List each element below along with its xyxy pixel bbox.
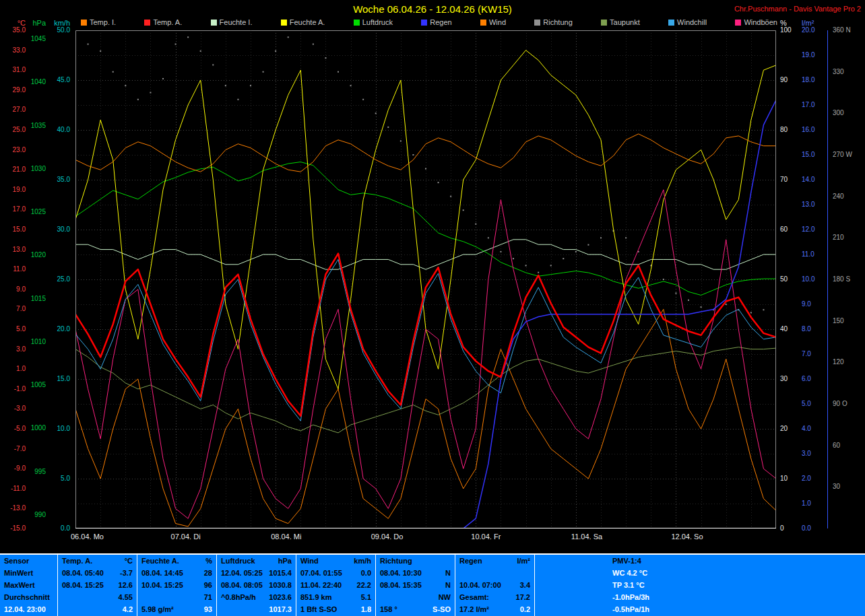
table-cell: 07.04. 01:550.0: [296, 567, 375, 579]
axis-tick: 19.0: [3, 186, 26, 193]
legend-label: Wind: [489, 18, 506, 26]
x-axis-day-label: 10.04. Fr: [471, 533, 501, 541]
axis-tick: -13.0: [3, 505, 26, 512]
axis-tick: 12.0: [802, 226, 823, 233]
axis-tick: 330: [833, 69, 864, 75]
axis-tick: -5.0: [3, 425, 26, 432]
axis-tick: 20.0: [802, 27, 823, 34]
legend-item: Feuchte A.: [281, 18, 325, 26]
legend-swatch-icon: [144, 20, 150, 26]
table-cell: -1.0hPa/3h: [535, 591, 865, 603]
axis-tick: 45.0: [47, 77, 70, 83]
legend-swatch-icon: [281, 20, 287, 26]
axis-tick: 10.0: [47, 425, 70, 432]
axis-tick: 17.0: [802, 102, 823, 108]
axis-tick: 90: [780, 77, 798, 83]
axis-tick: 1030: [27, 166, 46, 172]
axis-tick: 25.0: [3, 127, 26, 133]
table-cell: 1017.3: [217, 603, 296, 615]
table-column-header: Feuchte A.%: [137, 555, 216, 567]
axis-tick: 1.0: [802, 500, 823, 507]
axis-tick: 990: [27, 512, 46, 518]
table-cell: 5.98 g/m²93: [137, 603, 216, 615]
axis-tick: 17.0: [3, 206, 26, 213]
table-column-wind: Windkm/h07.04. 01:550.011.04. 22:4022.28…: [296, 555, 375, 616]
table-cell: 1 Bft S-SO1.8: [296, 603, 375, 615]
table-column-header: LuftdruckhPa: [217, 555, 296, 567]
axis-tick: 240: [833, 193, 864, 200]
table-cell: 12.04. 05:251015.4: [217, 567, 296, 579]
axis-degrees: 360 N330300270 W240210180 S15012090 O603…: [833, 0, 864, 616]
legend-item: Wind: [480, 18, 506, 26]
axis-tick: 40: [780, 326, 798, 333]
axis-tick: -15.0: [3, 525, 26, 532]
axis-tick: 33.0: [3, 47, 26, 54]
legend-label: Temp. A.: [153, 18, 182, 26]
axis-lm2: 20.019.018.017.016.015.014.013.012.011.0…: [802, 0, 823, 616]
table-cell: 08.04. 08:051030.8: [217, 579, 296, 591]
legend-item: Windböen: [735, 18, 777, 26]
axis-tick: 18.0: [802, 77, 823, 83]
axis-tick: 25.0: [47, 276, 70, 283]
legend-swatch-icon: [534, 20, 540, 26]
legend-item: Richtung: [534, 18, 572, 26]
axis-tick: 14.0: [802, 176, 823, 183]
axis-tick: 15.0: [802, 151, 823, 158]
x-axis-day-label: 12.04. So: [671, 533, 703, 541]
legend-label: Windböen: [744, 18, 777, 26]
axis-tick: 1035: [27, 123, 46, 129]
axis-tick: 20.0: [47, 326, 70, 333]
axis-tick: 5.0: [802, 401, 823, 407]
axis-tick: -9.0: [3, 465, 26, 472]
axis-tick: 15.0: [3, 226, 26, 233]
axis-tick: 1020: [27, 252, 46, 259]
legend-label: Regen: [430, 18, 451, 26]
table-column-header: PMV-1:4: [535, 555, 865, 567]
axis-kmh: 50.045.040.035.030.025.020.015.010.05.00…: [47, 0, 70, 616]
table-cell: 08.04. 15:2512.6: [58, 579, 137, 591]
table-cell: 158 °S-SO: [376, 603, 455, 615]
axis-tick: 20: [780, 425, 798, 432]
axis-tick: 30: [833, 483, 864, 490]
table-column-pmv-1-4: PMV-1:4WC 4.2 °CTP 3.1 °C-1.0hPa/3h-0.5h…: [534, 555, 865, 616]
axis-hpa: 1045104010351030102510201015101010051000…: [27, 0, 46, 616]
table-column-regen: Regenl/m²10.04. 07:003.4Gesamt:17.217.2 …: [455, 555, 534, 616]
table-row-label: MaxWert: [0, 579, 57, 591]
axis-tick: 80: [780, 127, 798, 133]
x-axis-day-label: 09.04. Do: [371, 533, 404, 541]
axis-tick: 10: [780, 475, 798, 482]
legend-label: Luftdruck: [362, 18, 393, 26]
axis-tick: 15.0: [47, 376, 70, 382]
axis-tick: 0: [780, 525, 798, 532]
table-cell: 10.04. 15:2596: [137, 579, 216, 591]
table-cell: [455, 567, 534, 579]
table-column-header: Windkm/h: [296, 555, 375, 567]
axis-tick: 1015: [27, 296, 46, 302]
table-cell: 851.9 km5.1: [296, 591, 375, 603]
legend: Temp. I.Temp. A.Feuchte I.Feuchte A.Luft…: [81, 18, 777, 26]
legend-item: Luftdruck: [354, 18, 393, 26]
table-cell: WC 4.2 °C: [535, 567, 865, 579]
table-cell: 10.04. 07:003.4: [455, 579, 534, 591]
axis-tick: 90 O: [833, 401, 864, 407]
legend-item: Taupunkt: [601, 18, 640, 26]
table-cell: NW: [376, 591, 455, 603]
axis-tick: 1000: [27, 425, 46, 432]
axis-tick: 11.0: [802, 251, 823, 258]
axis-tick: 11.0: [3, 266, 26, 273]
table-cell: Gesamt:17.2: [455, 591, 534, 603]
axis-tick: 1010: [27, 339, 46, 345]
axis-tick: 70: [780, 176, 798, 183]
table-cell: 4.2: [58, 603, 137, 615]
summary-table: SensorMinWertMaxWertDurchschnitt12.04. 2…: [0, 553, 865, 616]
axis-tick: 30: [780, 376, 798, 382]
axis-tick: 270 W: [833, 151, 864, 158]
axis-tick: 120: [833, 359, 864, 366]
legend-item: Regen: [421, 18, 451, 26]
axis-tick: 8.0: [802, 326, 823, 333]
table-cell: 11.04. 22:4022.2: [296, 579, 375, 591]
legend-swatch-icon: [601, 20, 607, 26]
legend-label: Taupunkt: [610, 18, 640, 26]
axis-tick: 1040: [27, 79, 46, 85]
legend-label: Richtung: [543, 18, 572, 26]
